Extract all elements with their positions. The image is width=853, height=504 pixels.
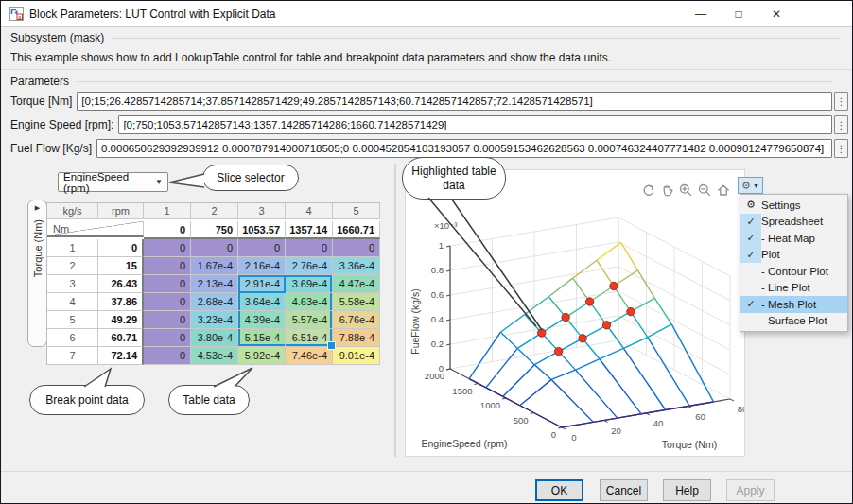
row-index-cell[interactable]: 6 [47,329,98,347]
close-button[interactable]: ✕ [757,1,795,27]
check-icon: ✓ [740,230,761,247]
row-breakpoint-cell[interactable]: 26.43 [98,275,144,293]
maximize-button[interactable]: □ [720,1,757,27]
highlighted-data-marker [585,298,593,305]
table-cell[interactable]: 5.15e-4 [238,329,286,347]
menu-item-mesh-plot[interactable]: ✓- Mesh Plot [740,296,847,313]
row-index-cell[interactable]: 5 [47,311,98,329]
row-index-cell[interactable]: 3 [47,275,98,293]
row-index-cell[interactable]: 2 [47,257,98,275]
row-breakpoint-cell[interactable]: 37.86 [98,293,144,311]
table-cell[interactable]: 0 [144,347,191,365]
table-cell[interactable]: 6.76e-4 [333,311,380,329]
col-header-cell[interactable]: 4 [286,203,333,219]
menu-item-label: - Contour Plot [761,266,828,277]
table-cell[interactable]: 4.39e-4 [238,311,286,329]
settings-gear-button[interactable]: ⚙ ▼ [738,177,763,194]
engine-speed-label: Engine Speed [rpm]: [10,118,113,131]
table-cell[interactable]: 0 [144,257,191,275]
menu-item-line-plot[interactable]: - Line Plot [740,280,847,297]
cancel-button[interactable]: Cancel [600,479,648,501]
menu-item-heat-map[interactable]: ✓- Heat Map [740,230,847,247]
table-cell[interactable]: 4.63e-4 [286,293,333,311]
col-breakpoint-cell[interactable]: 750 [191,221,238,239]
minimize-button[interactable]: — [682,1,720,27]
highlighted-data-marker [562,313,569,321]
row-index-cell[interactable]: 7 [47,347,98,365]
table-cell[interactable]: 0 [238,239,286,257]
table-cell[interactable]: 3.23e-4 [191,311,238,329]
col-breakpoint-cell[interactable]: 0 [144,221,191,239]
table-cell[interactable]: 7.88e-4 [333,329,380,347]
table-cell[interactable]: 3.80e-4 [191,329,238,347]
table-cell[interactable]: 3.64e-4 [238,293,286,311]
row-index-cell[interactable]: 1 [47,239,98,257]
table-cell[interactable]: 6.51e-4 [286,329,333,347]
svg-text:0.2: 0.2 [431,339,444,349]
table-cell[interactable]: 3.69e-4 [286,275,333,293]
torque-input[interactable] [77,92,832,111]
svg-text:1500: 1500 [452,386,472,396]
table-cell[interactable]: 7.46e-4 [286,347,333,365]
menu-item-plot[interactable]: ✓Plot [740,247,847,264]
torque-axis-panel[interactable]: ▶ Torque (Nm) [27,200,47,347]
row-breakpoint-cell[interactable]: 72.14 [98,347,144,365]
col-breakpoint-cell[interactable]: 1660.71 [333,221,380,239]
table-cell[interactable]: 3.36e-4 [333,257,380,275]
row-breakpoint-cell[interactable]: 60.71 [98,329,144,347]
fuel-flow-input[interactable] [96,139,832,158]
col-header-cell[interactable]: 3 [238,203,286,219]
menu-item-spreadsheet[interactable]: ✓Spreadsheet [740,214,847,231]
table-cell[interactable]: 2.68e-4 [191,293,238,311]
expand-arrow-icon: ▶ [35,204,40,212]
table-cell[interactable]: 0 [191,239,238,257]
col-breakpoint-cell[interactable]: 1053.57 [238,221,286,239]
table-cell[interactable]: 1.67e-4 [191,257,238,275]
table-cell[interactable]: 2.91e-4 [238,275,286,293]
table-cell[interactable]: 0 [333,239,380,257]
table-cell[interactable]: 2.16e-4 [238,257,286,275]
svg-text:60: 60 [695,411,705,422]
highlighted-data-marker [610,282,618,289]
ok-button[interactable]: OK [535,479,583,501]
table-cell[interactable]: 5.58e-4 [333,293,380,311]
engine-speed-options-button[interactable]: ⋮ [834,115,848,134]
table-cell[interactable]: 0 [144,311,191,329]
apply-button[interactable]: Apply [726,479,775,501]
table-cell[interactable]: 0 [144,239,191,257]
splitter[interactable] [394,164,396,457]
col-header-cell[interactable]: 1 [144,203,191,219]
torque-options-button[interactable]: ⋮ [834,92,848,111]
table-cell[interactable]: 2.76e-4 [286,257,333,275]
fuel-flow-options-button[interactable]: ⋮ [834,139,848,158]
table-cell[interactable]: 2.13e-4 [191,275,238,293]
table-cell[interactable]: 5.57e-4 [286,311,333,329]
row-breakpoint-cell[interactable]: 49.29 [98,311,144,329]
table-cell[interactable]: 0 [144,293,191,311]
svg-text:20: 20 [611,426,621,436]
menu-item-label: Plot [761,249,780,260]
table-cell[interactable]: 4.47e-4 [333,275,380,293]
col-breakpoint-cell[interactable]: 1357.14 [286,221,333,239]
slice-selector-dropdown[interactable]: EngineSpeed (rpm) ▼ [58,172,168,192]
table-cell[interactable]: 4.53e-4 [191,347,238,365]
col-header-cell[interactable]: 2 [191,203,238,219]
table-cell[interactable]: 0 [286,239,333,257]
corner-unit-kgs: kg/s [47,203,98,219]
menu-item-settings[interactable]: ⚙Settings [740,197,847,214]
engine-speed-input[interactable] [118,115,832,134]
table-cell[interactable]: 5.92e-4 [238,347,286,365]
gear-icon: ⚙ [741,180,751,192]
col-header-cell[interactable]: 5 [333,203,380,219]
row-breakpoint-cell[interactable]: 0 [98,239,144,257]
mesh-plot-canvas[interactable]: 020406080050010001500200000.20.40.60.81T… [406,170,744,456]
row-index-cell[interactable]: 4 [47,293,98,311]
menu-item-surface-plot[interactable]: - Surface Plot [740,313,847,330]
help-button[interactable]: Help [663,479,711,501]
menu-item-contour-plot[interactable]: - Contour Plot [740,263,847,280]
gear-icon: ⚙ [740,197,761,214]
table-cell[interactable]: 0 [144,275,191,293]
table-cell[interactable]: 0 [144,329,191,347]
table-cell[interactable]: 9.01e-4 [333,347,380,365]
row-breakpoint-cell[interactable]: 15 [98,257,144,275]
